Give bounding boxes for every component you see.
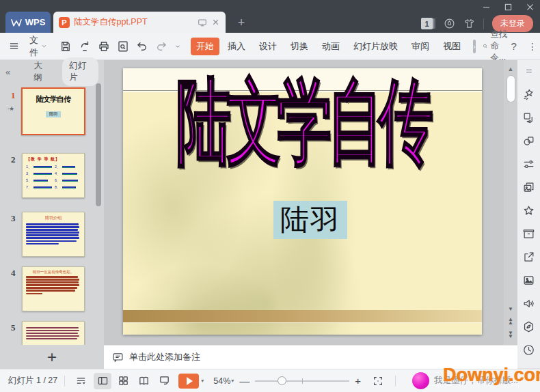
slide-3-thumbnail[interactable]: 陆羽介绍 — [22, 212, 85, 257]
scroll-up-arrow-icon[interactable]: ▲ — [508, 66, 514, 72]
zoom-percentage[interactable]: 54% — [213, 376, 230, 386]
document-tab-title: 陆文学自传ppt.PPT — [74, 16, 193, 28]
canvas-scrollbar-thumb[interactable] — [507, 75, 515, 102]
wps-presentation-window: WPS P 陆文学自传ppt.PPT + 1 未登录 — [0, 0, 540, 392]
skin-tshirt-icon[interactable] — [463, 18, 475, 29]
find-command-box[interactable]: 查找命令... — [483, 29, 511, 64]
statusbar-divider — [395, 376, 396, 387]
stock-images-icon[interactable] — [522, 180, 536, 194]
notes-placeholder: 单击此处添加备注 — [129, 351, 200, 363]
panel-drag-handle-icon[interactable] — [522, 64, 536, 78]
shapes-pane-icon[interactable] — [522, 134, 536, 148]
member-flame-icon[interactable] — [444, 18, 455, 29]
previous-slide-button[interactable]: ▲▲ — [508, 317, 513, 326]
hamburger-menu-icon[interactable] — [8, 40, 20, 52]
thumb1-title: 陆文学自传 — [23, 94, 84, 104]
file-menu[interactable]: 文件 — [25, 34, 47, 59]
slide-thumbnail-row: 3 陆羽介绍 — [0, 212, 104, 257]
current-slide[interactable]: 陆文学自传 陆羽 — [123, 68, 482, 335]
zoom-out-button[interactable]: — — [239, 375, 249, 387]
quick-access-dropdown-icon[interactable] — [174, 43, 181, 50]
tab-home[interactable]: 开始 — [191, 38, 219, 55]
presentation-file-icon: P — [59, 17, 70, 28]
slide-4-thumbnail[interactable]: 陆羽一生富有传奇色彩。 — [22, 266, 85, 311]
tab-view[interactable]: 视图 — [437, 38, 466, 55]
view-slideshow-loop-icon[interactable] — [155, 373, 173, 389]
right-sidebar — [517, 60, 540, 380]
thumb2-title: 【教 学 导 航】 — [26, 156, 81, 163]
zoom-caret-icon[interactable]: ▾ — [231, 378, 234, 384]
fit-to-window-icon[interactable] — [369, 373, 387, 389]
slide-thumbnail-row: 1 -★ 陆文学自传 陆羽 — [0, 89, 104, 138]
favorites-star-icon[interactable] — [522, 204, 536, 217]
slide-title-text[interactable]: 陆文学自传 — [123, 71, 482, 171]
history-clock-icon[interactable] — [522, 343, 536, 356]
view-reading-icon[interactable] — [135, 373, 152, 389]
document-tab[interactable]: P 陆文学自传ppt.PPT — [53, 12, 226, 33]
undo-icon[interactable] — [136, 40, 148, 53]
audio-speaker-icon[interactable] — [522, 296, 536, 310]
slide-canvas[interactable]: 陆文学自传 陆羽 — [104, 60, 504, 345]
tab-insert[interactable]: 插入 — [222, 38, 251, 55]
close-window-icon[interactable] — [524, 1, 536, 12]
canvas-scrollbar[interactable]: ▲ ▼ ▲▲ ▼▼ — [504, 60, 517, 345]
titlebar-divider — [483, 18, 484, 29]
more-tabs-button[interactable]: › — [473, 40, 476, 53]
toolbar: 文件 — [0, 33, 540, 60]
slide-number: 3 — [11, 213, 16, 224]
slide-number: 1 — [11, 90, 16, 101]
zoom-slider[interactable] — [255, 374, 349, 388]
redo-icon[interactable] — [155, 40, 167, 53]
panel-scrollbar-thumb[interactable] — [96, 83, 101, 206]
more-options-kebab-icon[interactable]: ⋮ — [528, 41, 537, 52]
template-hexagon-icon[interactable] — [522, 320, 536, 333]
view-slide-sorter-icon[interactable] — [114, 373, 132, 389]
collapse-panel-icon[interactable]: « — [5, 67, 10, 77]
notes-toggle-icon[interactable] — [72, 373, 90, 389]
play-slideshow-button[interactable] — [178, 374, 199, 389]
add-slide-button[interactable]: + — [47, 348, 57, 367]
next-slide-button[interactable]: ▼▼ — [508, 331, 513, 339]
slide-5-thumbnail[interactable] — [22, 321, 85, 348]
scroll-down-arrow-icon[interactable]: ▼ — [508, 307, 513, 312]
slide-1-thumbnail[interactable]: 陆文学自传 陆羽 — [21, 87, 85, 135]
play-options-caret-icon[interactable]: ▾ — [201, 378, 204, 384]
minimize-icon[interactable] — [480, 1, 492, 12]
tab-slides[interactable]: 幻灯片 — [62, 57, 98, 86]
tab-list-badge[interactable]: 1 — [421, 18, 433, 29]
print-preview-icon[interactable] — [117, 40, 129, 53]
output-convert-icon[interactable] — [79, 40, 91, 53]
slide-subtitle-text[interactable]: 陆羽 — [273, 201, 347, 239]
wps-logo-icon — [11, 18, 22, 27]
play-icon — [187, 377, 193, 385]
resource-box-icon[interactable] — [522, 227, 536, 240]
new-tab-button[interactable]: + — [234, 15, 249, 30]
view-normal-icon[interactable] — [94, 373, 111, 389]
slide-counter: 幻灯片 1 / 27 — [8, 375, 57, 387]
present-to-screen-icon[interactable] — [198, 18, 207, 27]
print-icon[interactable] — [98, 40, 110, 53]
tab-transitions[interactable]: 切换 — [285, 38, 314, 55]
tab-slideshow[interactable]: 幻灯片放映 — [348, 38, 403, 55]
smart-beautify-icon[interactable] — [522, 87, 536, 101]
statusbar-divider — [64, 376, 65, 387]
tab-review[interactable]: 审阅 — [406, 38, 435, 55]
zoom-in-button[interactable]: + — [355, 375, 361, 387]
tab-outline[interactable]: 大纲 — [27, 57, 55, 86]
save-icon[interactable] — [59, 40, 72, 53]
zoom-slider-handle[interactable] — [278, 376, 286, 385]
picture-gallery-icon[interactable] — [522, 273, 536, 287]
slide-2-thumbnail[interactable]: 【教 学 导 航】 1、 2、 3、 4、 5、 6、 7、 8、 — [22, 153, 85, 198]
add-slide-row: + — [0, 345, 104, 369]
thumb3-title: 陆羽介绍 — [26, 215, 81, 221]
titlebar-right-cluster: 1 未登录 — [421, 15, 533, 32]
tab-design[interactable]: 设计 — [254, 38, 282, 55]
object-properties-icon[interactable] — [522, 157, 536, 171]
share-export-icon[interactable] — [522, 250, 536, 264]
close-tab-icon[interactable] — [211, 18, 220, 27]
help-icon[interactable]: ? — [511, 40, 517, 52]
tab-animation[interactable]: 动画 — [316, 38, 345, 55]
wps-home-button[interactable]: WPS — [5, 12, 51, 33]
animation-pane-icon[interactable] — [522, 111, 536, 124]
maximize-icon[interactable] — [502, 1, 514, 12]
